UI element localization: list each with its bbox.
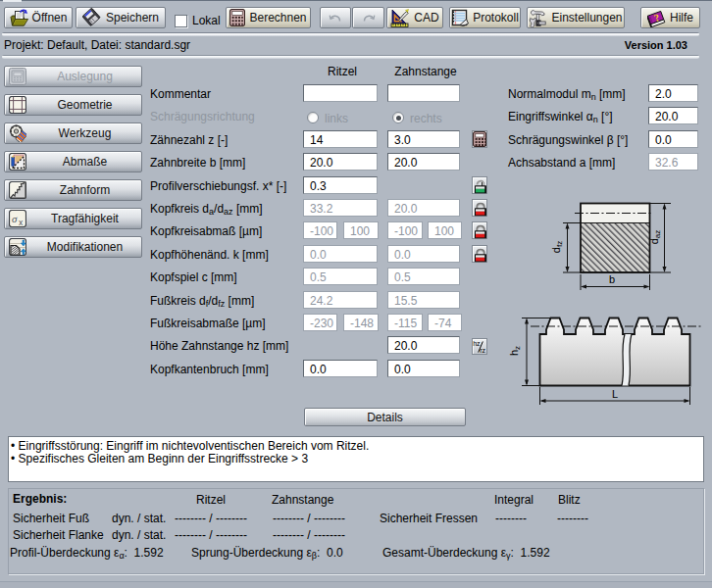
svg-text:hz: hz — [508, 346, 522, 356]
svg-text:dfz: dfz — [550, 241, 564, 253]
svg-text:L: L — [612, 388, 618, 400]
svg-text:b: b — [609, 273, 615, 285]
